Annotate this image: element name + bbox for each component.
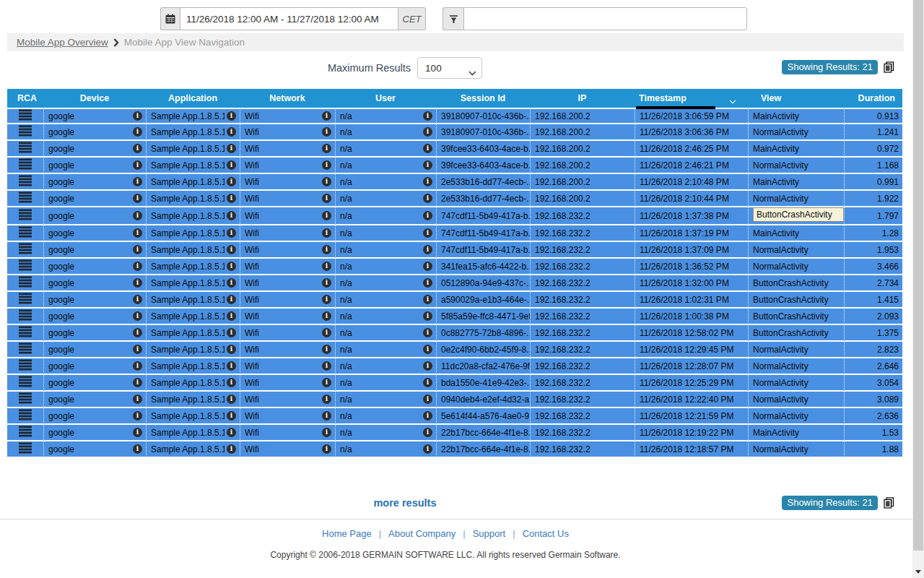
cell-view[interactable]: NormalActivity xyxy=(748,124,844,141)
info-icon[interactable]: i xyxy=(423,345,432,354)
rca-menu-icon[interactable] xyxy=(19,409,32,420)
info-icon[interactable]: i xyxy=(133,428,142,437)
info-icon[interactable]: i xyxy=(322,194,331,203)
info-icon[interactable]: i xyxy=(227,160,236,170)
rca-menu-icon[interactable] xyxy=(19,109,32,121)
table-row[interactable]: google i Sample App.1.8.5.1-SN i Wifi i … xyxy=(7,325,902,342)
cell-rca[interactable] xyxy=(7,108,43,124)
info-icon[interactable]: i xyxy=(133,177,142,186)
info-icon[interactable]: i xyxy=(322,411,331,420)
cell-view[interactable]: MainActivity xyxy=(748,141,844,158)
rca-menu-icon[interactable] xyxy=(19,309,32,321)
info-icon[interactable]: i xyxy=(227,262,236,271)
info-icon[interactable]: i xyxy=(133,278,142,288)
info-icon[interactable]: i xyxy=(322,295,331,304)
info-icon[interactable]: i xyxy=(133,378,142,387)
column-header-application[interactable]: Application xyxy=(146,89,240,108)
info-icon[interactable]: i xyxy=(227,228,236,238)
table-row[interactable]: google i Sample App.1.8.5.1-SN i Wifi i … xyxy=(7,441,902,458)
rca-menu-icon[interactable] xyxy=(19,426,32,437)
info-icon[interactable]: i xyxy=(227,177,236,186)
table-row[interactable]: google i Sample App.1.8.5.1-SN i Wifi i … xyxy=(7,141,902,158)
info-icon[interactable]: i xyxy=(227,411,236,420)
cell-view[interactable]: ButtonCrashActivity xyxy=(748,292,844,309)
table-row[interactable]: google i Sample App.1.8.5.1-SN i Wifi i … xyxy=(7,275,902,292)
info-icon[interactable]: i xyxy=(423,127,432,137)
table-row[interactable]: google i Sample App.1.8.5.1-SN i Wifi i … xyxy=(7,124,902,141)
column-header-device[interactable]: Device xyxy=(43,89,146,108)
table-row[interactable]: google i Sample App.1.8.5.1-SN i Wifi i … xyxy=(7,191,902,207)
column-header-view[interactable]: View xyxy=(748,89,844,108)
info-icon[interactable]: i xyxy=(423,328,432,337)
info-icon[interactable]: i xyxy=(423,428,432,437)
cell-view[interactable]: NormalActivity xyxy=(748,342,844,358)
cell-rca[interactable] xyxy=(7,225,43,242)
cell-view[interactable]: ButtonCrashActivity xyxy=(748,207,844,225)
info-icon[interactable]: i xyxy=(423,361,432,371)
rca-menu-icon[interactable] xyxy=(19,259,32,271)
info-icon[interactable]: i xyxy=(227,361,236,371)
info-icon[interactable]: i xyxy=(423,194,432,203)
info-icon[interactable]: i xyxy=(423,177,432,186)
info-icon[interactable]: i xyxy=(133,444,142,454)
column-header-timestamp[interactable]: Timestamp xyxy=(635,89,748,108)
info-icon[interactable]: i xyxy=(227,345,236,354)
table-row[interactable]: google i Sample App.1.8.5.1-SN i Wifi i … xyxy=(7,207,902,225)
info-icon[interactable]: i xyxy=(423,211,432,220)
cell-rca[interactable] xyxy=(7,158,43,174)
info-icon[interactable]: i xyxy=(227,311,236,321)
cell-view[interactable]: ButtonCrashActivity xyxy=(748,309,844,325)
cell-rca[interactable] xyxy=(7,124,43,141)
info-icon[interactable]: i xyxy=(227,328,236,337)
rca-menu-icon[interactable] xyxy=(19,226,32,238)
footer-link-home[interactable]: Home Page xyxy=(322,528,372,539)
info-icon[interactable]: i xyxy=(423,111,432,121)
table-row[interactable]: google i Sample App.1.8.5.1-SN i Wifi i … xyxy=(7,174,902,191)
info-icon[interactable]: i xyxy=(423,144,432,153)
rca-menu-icon[interactable] xyxy=(19,342,32,354)
info-icon[interactable]: i xyxy=(423,228,432,238)
rca-menu-icon[interactable] xyxy=(19,191,32,203)
table-row[interactable]: google i Sample App.1.8.5.1-SN i Wifi i … xyxy=(7,425,902,441)
info-icon[interactable]: i xyxy=(322,394,331,404)
info-icon[interactable]: i xyxy=(227,211,236,220)
info-icon[interactable]: i xyxy=(322,160,331,170)
cell-view[interactable]: NormalActivity xyxy=(748,158,844,174)
table-row[interactable]: google i Sample App.1.8.5.1-SN i Wifi i … xyxy=(7,358,902,375)
column-header-session-id[interactable]: Session Id xyxy=(436,89,530,108)
rca-menu-icon[interactable] xyxy=(19,293,32,304)
info-icon[interactable]: i xyxy=(133,361,142,371)
rca-menu-icon[interactable] xyxy=(19,142,32,153)
info-icon[interactable]: i xyxy=(423,278,432,288)
info-icon[interactable]: i xyxy=(322,111,331,121)
cell-view[interactable]: MainActivity xyxy=(748,225,844,242)
info-icon[interactable]: i xyxy=(423,378,432,387)
rca-menu-icon[interactable] xyxy=(19,392,32,404)
info-icon[interactable]: i xyxy=(133,295,142,304)
calendar-button[interactable] xyxy=(160,7,180,30)
cell-view[interactable]: MainActivity xyxy=(748,425,844,441)
info-icon[interactable]: i xyxy=(133,411,142,420)
info-icon[interactable]: i xyxy=(322,144,331,153)
cell-view[interactable]: MainActivity xyxy=(748,108,844,124)
info-icon[interactable]: i xyxy=(133,194,142,203)
info-icon[interactable]: i xyxy=(227,127,236,137)
cell-view[interactable]: NormalActivity xyxy=(748,392,844,408)
column-header-rca[interactable]: RCA xyxy=(7,89,43,108)
info-icon[interactable]: i xyxy=(133,228,142,238)
column-header-duration[interactable]: Duration xyxy=(844,89,902,108)
cell-rca[interactable] xyxy=(7,425,43,441)
cell-rca[interactable] xyxy=(7,392,43,408)
cell-rca[interactable] xyxy=(7,408,43,425)
scroll-down-arrow[interactable] xyxy=(912,566,924,577)
date-range-input[interactable] xyxy=(180,7,398,30)
rca-menu-icon[interactable] xyxy=(19,442,32,454)
cell-view[interactable]: NormalActivity xyxy=(748,259,844,275)
cell-view[interactable]: NormalActivity xyxy=(748,358,844,375)
info-icon[interactable]: i xyxy=(322,378,331,387)
rca-menu-icon[interactable] xyxy=(19,326,32,337)
info-icon[interactable]: i xyxy=(227,111,236,121)
info-icon[interactable]: i xyxy=(423,295,432,304)
info-icon[interactable]: i xyxy=(322,328,331,337)
cell-rca[interactable] xyxy=(7,309,43,325)
